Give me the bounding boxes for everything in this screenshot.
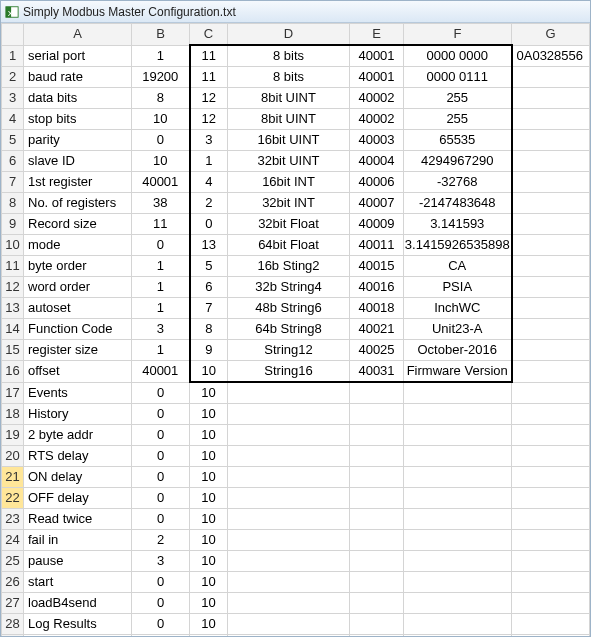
cell-C11[interactable]: 5 bbox=[190, 256, 228, 277]
cell-G6[interactable] bbox=[512, 151, 590, 172]
cell-G22[interactable] bbox=[512, 488, 590, 509]
col-header-F[interactable]: F bbox=[404, 24, 512, 46]
cell-C20[interactable]: 10 bbox=[190, 446, 228, 467]
cell-B7[interactable]: 40001 bbox=[132, 172, 190, 193]
cell-A28[interactable]: Log Results bbox=[24, 614, 132, 635]
cell-E25[interactable] bbox=[350, 551, 404, 572]
cell-B6[interactable]: 10 bbox=[132, 151, 190, 172]
cell-B15[interactable]: 1 bbox=[132, 340, 190, 361]
cell-A5[interactable]: parity bbox=[24, 130, 132, 151]
cell-D27[interactable] bbox=[228, 593, 350, 614]
cell-B9[interactable]: 11 bbox=[132, 214, 190, 235]
cell-C3[interactable]: 12 bbox=[190, 88, 228, 109]
cell-G5[interactable] bbox=[512, 130, 590, 151]
cell-G7[interactable] bbox=[512, 172, 590, 193]
cell-D3[interactable]: 8bit UINT bbox=[228, 88, 350, 109]
cell-A3[interactable]: data bits bbox=[24, 88, 132, 109]
cell-C5[interactable]: 3 bbox=[190, 130, 228, 151]
cell-F8[interactable]: -2147483648 bbox=[404, 193, 512, 214]
cell-C7[interactable]: 4 bbox=[190, 172, 228, 193]
cell-A16[interactable]: offset bbox=[24, 361, 132, 383]
cell-A23[interactable]: Read twice bbox=[24, 509, 132, 530]
row-header[interactable]: 27 bbox=[2, 593, 24, 614]
cell-D8[interactable]: 32bit INT bbox=[228, 193, 350, 214]
row-header[interactable]: 26 bbox=[2, 572, 24, 593]
cell-F24[interactable] bbox=[404, 530, 512, 551]
cell-F19[interactable] bbox=[404, 425, 512, 446]
cell-E18[interactable] bbox=[350, 404, 404, 425]
cell-B13[interactable]: 1 bbox=[132, 298, 190, 319]
cell-G8[interactable] bbox=[512, 193, 590, 214]
cell-G1[interactable]: 0A0328556 bbox=[512, 45, 590, 67]
cell-G11[interactable] bbox=[512, 256, 590, 277]
cell-D1[interactable]: 8 bits bbox=[228, 45, 350, 67]
cell-B27[interactable]: 0 bbox=[132, 593, 190, 614]
col-header-G[interactable]: G bbox=[512, 24, 590, 46]
cell-D12[interactable]: 32b String4 bbox=[228, 277, 350, 298]
cell-D11[interactable]: 16b Sting2 bbox=[228, 256, 350, 277]
cell-A12[interactable]: word order bbox=[24, 277, 132, 298]
cell-G21[interactable] bbox=[512, 467, 590, 488]
cell-C17[interactable]: 10 bbox=[190, 382, 228, 404]
cell-A9[interactable]: Record size bbox=[24, 214, 132, 235]
cell-E2[interactable]: 40001 bbox=[350, 67, 404, 88]
cell-C24[interactable]: 10 bbox=[190, 530, 228, 551]
cell-C12[interactable]: 6 bbox=[190, 277, 228, 298]
cell-D29[interactable] bbox=[228, 635, 350, 637]
cell-A10[interactable]: mode bbox=[24, 235, 132, 256]
cell-F11[interactable]: CA bbox=[404, 256, 512, 277]
cell-B24[interactable]: 2 bbox=[132, 530, 190, 551]
cell-F26[interactable] bbox=[404, 572, 512, 593]
cell-A7[interactable]: 1st register bbox=[24, 172, 132, 193]
row-header[interactable]: 2 bbox=[2, 67, 24, 88]
cell-C28[interactable]: 10 bbox=[190, 614, 228, 635]
cell-B18[interactable]: 0 bbox=[132, 404, 190, 425]
cell-E6[interactable]: 40004 bbox=[350, 151, 404, 172]
cell-A24[interactable]: fail in bbox=[24, 530, 132, 551]
cell-F7[interactable]: -32768 bbox=[404, 172, 512, 193]
cell-D19[interactable] bbox=[228, 425, 350, 446]
row-header[interactable]: 23 bbox=[2, 509, 24, 530]
cell-C4[interactable]: 12 bbox=[190, 109, 228, 130]
col-header-C[interactable]: C bbox=[190, 24, 228, 46]
cell-C9[interactable]: 0 bbox=[190, 214, 228, 235]
cell-C29[interactable]: 10 bbox=[190, 635, 228, 637]
cell-G24[interactable] bbox=[512, 530, 590, 551]
cell-F3[interactable]: 255 bbox=[404, 88, 512, 109]
cell-C21[interactable]: 10 bbox=[190, 467, 228, 488]
cell-F29[interactable] bbox=[404, 635, 512, 637]
cell-A27[interactable]: loadB4send bbox=[24, 593, 132, 614]
cell-B19[interactable]: 0 bbox=[132, 425, 190, 446]
row-header[interactable]: 8 bbox=[2, 193, 24, 214]
row-header[interactable]: 19 bbox=[2, 425, 24, 446]
cell-A14[interactable]: Function Code bbox=[24, 319, 132, 340]
cell-B25[interactable]: 3 bbox=[132, 551, 190, 572]
titlebar[interactable]: X Simply Modbus Master Configuration.txt bbox=[1, 1, 590, 23]
cell-B16[interactable]: 40001 bbox=[132, 361, 190, 383]
row-header[interactable]: 15 bbox=[2, 340, 24, 361]
cell-G2[interactable] bbox=[512, 67, 590, 88]
cell-E11[interactable]: 40015 bbox=[350, 256, 404, 277]
cell-E17[interactable] bbox=[350, 382, 404, 404]
cell-A15[interactable]: register size bbox=[24, 340, 132, 361]
cell-G18[interactable] bbox=[512, 404, 590, 425]
cell-E28[interactable] bbox=[350, 614, 404, 635]
cell-G17[interactable] bbox=[512, 382, 590, 404]
cell-D7[interactable]: 16bit INT bbox=[228, 172, 350, 193]
col-header-B[interactable]: B bbox=[132, 24, 190, 46]
cell-G29[interactable] bbox=[512, 635, 590, 637]
cell-D6[interactable]: 32bit UINT bbox=[228, 151, 350, 172]
cell-G16[interactable] bbox=[512, 361, 590, 383]
cell-A20[interactable]: RTS delay bbox=[24, 446, 132, 467]
col-header-D[interactable]: D bbox=[228, 24, 350, 46]
cell-G28[interactable] bbox=[512, 614, 590, 635]
cell-D21[interactable] bbox=[228, 467, 350, 488]
cell-D4[interactable]: 8bit UINT bbox=[228, 109, 350, 130]
cell-C15[interactable]: 9 bbox=[190, 340, 228, 361]
cell-C25[interactable]: 10 bbox=[190, 551, 228, 572]
row-header[interactable]: 20 bbox=[2, 446, 24, 467]
cell-A6[interactable]: slave ID bbox=[24, 151, 132, 172]
row-header[interactable]: 17 bbox=[2, 382, 24, 404]
cell-C2[interactable]: 11 bbox=[190, 67, 228, 88]
cell-G15[interactable] bbox=[512, 340, 590, 361]
